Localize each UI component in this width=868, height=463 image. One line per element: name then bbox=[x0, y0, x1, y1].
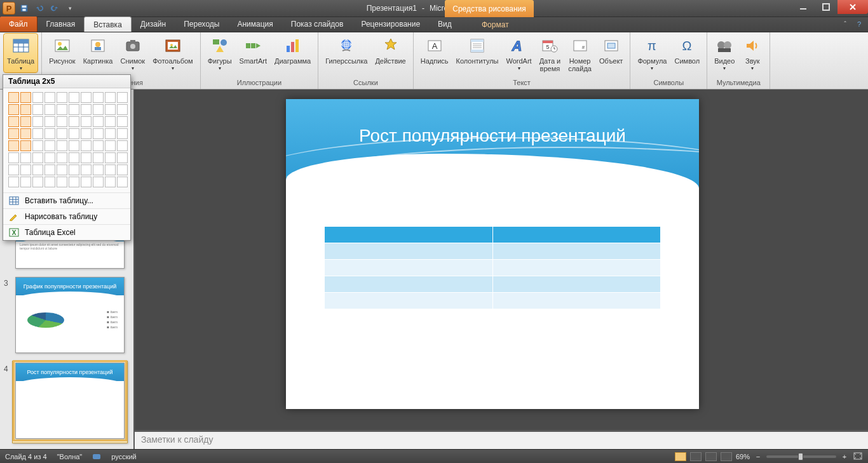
tab-design[interactable]: Дизайн bbox=[132, 17, 175, 32]
hyperlink-button[interactable]: Гиперссылка bbox=[322, 34, 370, 65]
svg-text:5: 5 bbox=[546, 44, 550, 50]
slidenumber-button[interactable]: # Номер слайда bbox=[565, 34, 595, 72]
pie-chart-icon bbox=[27, 312, 64, 328]
tab-transitions[interactable]: Переходы bbox=[175, 17, 228, 32]
svg-rect-42 bbox=[543, 41, 553, 43]
table-icon bbox=[11, 36, 31, 56]
photoalbum-icon bbox=[163, 36, 183, 56]
chart-button[interactable]: Диаграмма bbox=[271, 34, 314, 72]
inserted-table[interactable] bbox=[324, 226, 661, 309]
group-links: Гиперссылка Действие Ссылки bbox=[318, 32, 414, 89]
qat-customize-icon[interactable]: ▾ bbox=[64, 2, 76, 15]
tab-animation[interactable]: Анимация bbox=[228, 17, 281, 32]
picture-button[interactable]: Рисунок bbox=[46, 34, 79, 72]
help-icon[interactable]: ? bbox=[854, 19, 864, 29]
sorter-view-button[interactable] bbox=[690, 452, 702, 461]
object-icon bbox=[601, 36, 621, 56]
headerfooter-button[interactable]: Колонтитулы bbox=[453, 34, 502, 72]
tab-format[interactable]: Формат bbox=[473, 17, 518, 32]
quick-access-toolbar: ▾ bbox=[18, 2, 76, 15]
fit-to-window-button[interactable] bbox=[853, 452, 863, 462]
slide-title-area: Рост популярности презентаций bbox=[286, 99, 699, 188]
reading-view-button[interactable] bbox=[705, 452, 717, 461]
zoom-level[interactable]: 69% bbox=[736, 453, 750, 460]
slide-counter[interactable]: Слайд 4 из 4 bbox=[5, 453, 47, 460]
svg-point-23 bbox=[220, 39, 227, 46]
maximize-button[interactable] bbox=[815, 0, 837, 14]
video-button[interactable]: Видео bbox=[711, 34, 738, 72]
svg-rect-26 bbox=[287, 46, 290, 52]
wordart-icon: A bbox=[509, 36, 529, 56]
close-button[interactable] bbox=[837, 0, 868, 14]
textbox-icon: A bbox=[424, 36, 445, 56]
wordart-button[interactable]: A WordArt bbox=[503, 34, 535, 72]
normal-view-button[interactable] bbox=[675, 452, 686, 461]
svg-point-17 bbox=[130, 44, 135, 49]
tab-review[interactable]: Рецензирование bbox=[352, 17, 429, 32]
tab-slideshow[interactable]: Показ слайдов bbox=[282, 17, 353, 32]
zoom-slider[interactable] bbox=[766, 455, 836, 458]
ribbon-minimize-icon[interactable]: ˆ bbox=[840, 19, 850, 29]
symbol-button[interactable]: Ω Символ bbox=[671, 34, 703, 72]
group-media: Видео Звук Мультимедиа bbox=[707, 32, 770, 89]
picture-icon bbox=[52, 36, 72, 56]
shapes-button[interactable]: Фигуры bbox=[205, 34, 235, 72]
draw-table-menuitem[interactable]: Нарисовать таблицу bbox=[3, 208, 130, 224]
table-size-grid[interactable] bbox=[3, 88, 130, 192]
svg-rect-10 bbox=[13, 39, 29, 43]
svg-point-12 bbox=[58, 42, 62, 46]
svg-rect-36 bbox=[471, 50, 484, 52]
screenshot-button[interactable]: Снимок bbox=[117, 34, 148, 72]
chart-icon bbox=[283, 36, 303, 56]
datetime-icon: 5 bbox=[539, 36, 560, 56]
symbol-icon: Ω bbox=[677, 36, 697, 56]
hyperlink-icon bbox=[336, 36, 356, 56]
group-symbols: π Формула Ω Символ Символы bbox=[630, 32, 707, 89]
svg-rect-28 bbox=[295, 39, 299, 52]
theme-name[interactable]: "Волна" bbox=[57, 453, 83, 460]
save-icon[interactable] bbox=[18, 2, 31, 15]
svg-point-14 bbox=[95, 42, 100, 47]
svg-rect-4 bbox=[823, 4, 829, 10]
zoom-in-button[interactable]: + bbox=[840, 453, 849, 460]
undo-icon[interactable] bbox=[33, 2, 46, 15]
svg-point-52 bbox=[724, 41, 731, 49]
smartart-button[interactable]: SmartArt bbox=[236, 34, 270, 72]
slide-thumbnail-3[interactable]: График популярности презентаций ■ item■ … bbox=[15, 277, 125, 353]
tab-home[interactable]: Главная bbox=[37, 17, 85, 32]
equation-button[interactable]: π Формула bbox=[634, 34, 670, 72]
svg-text:X: X bbox=[12, 229, 17, 236]
slideshow-view-button[interactable] bbox=[721, 452, 732, 461]
svg-text:A: A bbox=[510, 38, 524, 54]
redo-icon[interactable] bbox=[48, 2, 61, 15]
svg-rect-25 bbox=[251, 43, 255, 48]
zoom-out-button[interactable]: − bbox=[754, 453, 763, 460]
clipart-button[interactable]: Картинка bbox=[80, 34, 116, 72]
svg-rect-18 bbox=[130, 40, 135, 43]
photoalbum-button[interactable]: Фотоальбом bbox=[149, 34, 196, 72]
tab-insert[interactable]: Вставка bbox=[84, 17, 132, 32]
excel-table-menuitem[interactable]: X Таблица Excel bbox=[3, 224, 130, 240]
table-dropdown-title: Таблица 2x5 bbox=[3, 75, 130, 88]
spellcheck-icon[interactable] bbox=[92, 453, 101, 460]
tab-file[interactable]: Файл bbox=[0, 17, 37, 32]
language-indicator[interactable]: русский bbox=[111, 453, 136, 460]
notes-pane[interactable]: Заметки к слайду bbox=[135, 430, 868, 449]
table-button[interactable]: Таблица bbox=[4, 34, 37, 72]
action-button[interactable]: Действие bbox=[372, 34, 409, 65]
object-button[interactable]: Объект bbox=[596, 34, 626, 72]
datetime-button[interactable]: 5 Дата и время bbox=[536, 34, 564, 72]
slide-thumbnail-4[interactable]: Рост популярности презентаций bbox=[15, 363, 125, 439]
insert-table-menuitem[interactable]: Вставить таблицу... bbox=[3, 192, 130, 208]
textbox-button[interactable]: A Надпись bbox=[417, 34, 452, 72]
window-controls bbox=[792, 0, 868, 14]
table-dropdown: Таблица 2x5 Вставить таблицу... Нарисова… bbox=[3, 74, 131, 241]
minimize-button[interactable] bbox=[792, 0, 815, 14]
slide-canvas[interactable]: Рост популярности презентаций bbox=[286, 99, 699, 409]
svg-rect-48 bbox=[607, 43, 615, 48]
slide-editor[interactable]: Рост популярности презентаций Заметки к … bbox=[135, 90, 868, 449]
document-name: Презентация1 bbox=[367, 4, 417, 13]
audio-button[interactable]: Звук bbox=[739, 34, 766, 72]
notes-placeholder: Заметки к слайду bbox=[141, 434, 213, 445]
tab-view[interactable]: Вид bbox=[429, 17, 461, 32]
